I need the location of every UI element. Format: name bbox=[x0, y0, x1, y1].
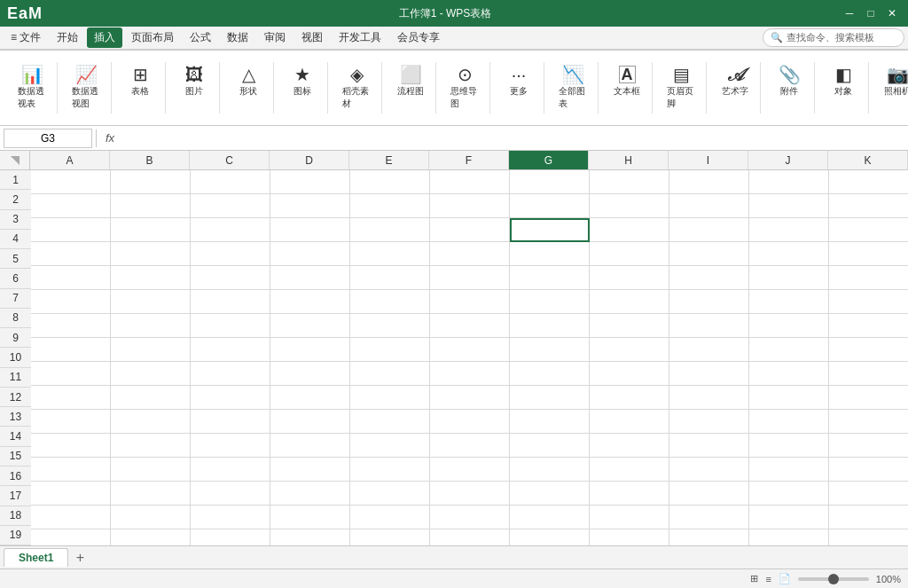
cell-F15[interactable] bbox=[430, 506, 510, 529]
cell-C13[interactable] bbox=[191, 458, 270, 482]
cell-K9[interactable] bbox=[829, 362, 908, 386]
col-header-F[interactable]: F bbox=[429, 151, 509, 170]
cell-E7[interactable] bbox=[350, 314, 430, 338]
cell-I3[interactable] bbox=[669, 218, 749, 242]
add-sheet-button[interactable]: + bbox=[70, 548, 90, 568]
cell-F13[interactable] bbox=[430, 458, 510, 482]
cell-E15[interactable] bbox=[350, 506, 430, 529]
col-header-K[interactable]: K bbox=[828, 151, 908, 170]
cell-F16[interactable] bbox=[430, 529, 510, 545]
cell-J9[interactable] bbox=[749, 362, 829, 386]
corner-cell[interactable] bbox=[0, 151, 30, 170]
menu-data[interactable]: 数据 bbox=[220, 27, 255, 48]
cell-I5[interactable] bbox=[669, 266, 749, 290]
cell-K12[interactable] bbox=[829, 434, 908, 458]
cell-F2[interactable] bbox=[430, 194, 510, 218]
cell-K16[interactable] bbox=[829, 529, 908, 545]
cell-F1[interactable] bbox=[430, 170, 510, 194]
flowchart-button[interactable]: ⬜ 流程图 bbox=[393, 64, 428, 99]
cell-C7[interactable] bbox=[191, 314, 270, 338]
cell-A6[interactable] bbox=[31, 290, 111, 314]
cell-C15[interactable] bbox=[191, 506, 270, 529]
cell-I16[interactable] bbox=[669, 529, 749, 545]
cell-F10[interactable] bbox=[430, 386, 510, 410]
row-header-10[interactable]: 10 bbox=[0, 348, 31, 367]
cell-E11[interactable] bbox=[350, 410, 430, 434]
menu-developer[interactable]: 开发工具 bbox=[332, 27, 388, 48]
cell-B4[interactable] bbox=[111, 242, 191, 266]
cell-B11[interactable] bbox=[111, 410, 191, 434]
cell-A8[interactable] bbox=[31, 338, 111, 362]
cell-H9[interactable] bbox=[590, 362, 669, 386]
cell-C12[interactable] bbox=[191, 434, 270, 458]
row-header-4[interactable]: 4 bbox=[0, 230, 31, 249]
row-header-2[interactable]: 2 bbox=[0, 190, 31, 209]
cell-G13[interactable] bbox=[510, 458, 590, 482]
close-button[interactable]: ✕ bbox=[883, 4, 901, 22]
row-header-14[interactable]: 14 bbox=[0, 427, 31, 446]
cell-H3[interactable] bbox=[590, 218, 669, 242]
cell-H11[interactable] bbox=[590, 410, 669, 434]
cell-F3[interactable] bbox=[430, 218, 510, 242]
row-header-12[interactable]: 12 bbox=[0, 388, 31, 407]
wordart-button[interactable]: 𝒜 艺术字 bbox=[717, 64, 753, 99]
cell-E9[interactable] bbox=[350, 362, 430, 386]
cell-G8[interactable] bbox=[510, 338, 590, 362]
cell-K2[interactable] bbox=[829, 194, 908, 218]
cell-B5[interactable] bbox=[111, 266, 191, 290]
row-header-9[interactable]: 9 bbox=[0, 328, 31, 348]
cell-A11[interactable] bbox=[31, 410, 111, 434]
cell-E5[interactable] bbox=[350, 266, 430, 290]
cell-H7[interactable] bbox=[590, 314, 669, 338]
cell-J2[interactable] bbox=[749, 194, 829, 218]
menu-insert[interactable]: 插入 bbox=[87, 27, 122, 48]
cell-B13[interactable] bbox=[111, 458, 191, 482]
cell-E6[interactable] bbox=[350, 290, 430, 314]
more-button[interactable]: ··· 更多 bbox=[501, 64, 536, 99]
menu-home[interactable]: 开始 bbox=[50, 27, 85, 48]
cell-K14[interactable] bbox=[829, 482, 908, 506]
cell-H15[interactable] bbox=[590, 506, 669, 529]
cell-D8[interactable] bbox=[270, 338, 350, 362]
shape-button[interactable]: △ 形状 bbox=[231, 64, 266, 99]
cell-I8[interactable] bbox=[669, 338, 749, 362]
cell-G14[interactable] bbox=[510, 482, 590, 506]
cell-K11[interactable] bbox=[829, 410, 908, 434]
cell-A15[interactable] bbox=[31, 506, 111, 529]
cell-F7[interactable] bbox=[430, 314, 510, 338]
cell-H1[interactable] bbox=[590, 170, 669, 194]
cell-A3[interactable] bbox=[31, 218, 111, 242]
cell-E12[interactable] bbox=[350, 434, 430, 458]
cell-B14[interactable] bbox=[111, 482, 191, 506]
menu-file[interactable]: ≡ 文件 bbox=[4, 27, 48, 48]
cell-A4[interactable] bbox=[31, 242, 111, 266]
cell-A16[interactable] bbox=[31, 529, 111, 545]
cell-G11[interactable] bbox=[510, 410, 590, 434]
row-header-3[interactable]: 3 bbox=[0, 210, 31, 230]
cell-D6[interactable] bbox=[270, 290, 350, 314]
search-box[interactable]: 🔍 查找命令、搜索模板 bbox=[763, 28, 904, 47]
col-header-D[interactable]: D bbox=[270, 151, 349, 170]
cell-G6[interactable] bbox=[510, 290, 590, 314]
cell-D15[interactable] bbox=[270, 506, 350, 529]
image-button[interactable]: 🖼 图片 bbox=[176, 64, 212, 99]
row-header-13[interactable]: 13 bbox=[0, 407, 31, 427]
cell-J1[interactable] bbox=[749, 170, 829, 194]
row-header-16[interactable]: 16 bbox=[0, 466, 31, 486]
cell-E13[interactable] bbox=[350, 458, 430, 482]
cell-G10[interactable] bbox=[510, 386, 590, 410]
cell-G12[interactable] bbox=[510, 434, 590, 458]
cell-C1[interactable] bbox=[191, 170, 270, 194]
menu-review[interactable]: 审阅 bbox=[257, 27, 293, 48]
cell-H14[interactable] bbox=[590, 482, 669, 506]
cell-H13[interactable] bbox=[590, 458, 669, 482]
pivot-table-button[interactable]: 📊 数据透视表 bbox=[14, 64, 50, 112]
cell-H10[interactable] bbox=[590, 386, 669, 410]
cell-J12[interactable] bbox=[749, 434, 829, 458]
cell-C6[interactable] bbox=[191, 290, 270, 314]
cell-K8[interactable] bbox=[829, 338, 908, 362]
cell-D2[interactable] bbox=[270, 194, 350, 218]
cell-D14[interactable] bbox=[270, 482, 350, 506]
cell-G5[interactable] bbox=[510, 266, 590, 290]
cell-C5[interactable] bbox=[191, 266, 270, 290]
